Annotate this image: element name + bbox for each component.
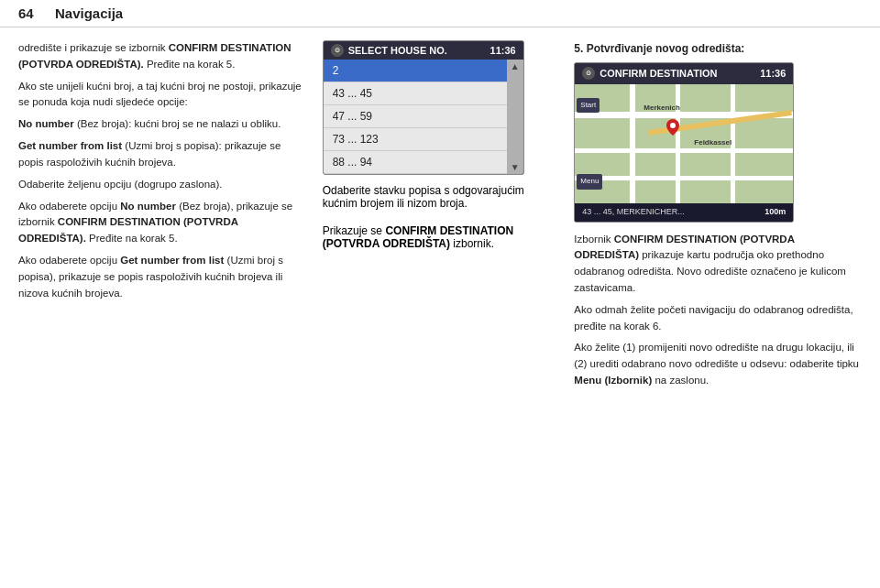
house-item-3-label: 47 ... 59 [333, 110, 372, 123]
left-para-5: Odaberite željenu opciju (dogrupo zaslon… [18, 177, 306, 193]
house-item-3[interactable]: 47 ... 59 [324, 105, 507, 128]
left-para-1: odredište i prikazuje se izbornik CONFIR… [18, 40, 306, 73]
confirm-compass-icon: ⊙ [582, 67, 595, 80]
right-para-3: Ako želite (1) promijeniti novo odredišt… [574, 340, 862, 388]
house-item-1[interactable]: 2 [324, 60, 507, 82]
section-title: 5. Potvrđivanje novog odredišta: [574, 40, 862, 58]
house-item-2-label: 43 ... 45 [333, 87, 372, 100]
col-left: odredište i prikazuje se izbornik CONFIR… [18, 40, 306, 579]
middle-caption-1: Odaberite stavku popisa s odgovarajućim … [323, 184, 558, 210]
scroll-down-arrow[interactable]: ▼ [511, 162, 520, 172]
screen1-title-area: ⊙ SELECT HOUSE NO. [331, 44, 447, 57]
road-v1 [630, 84, 635, 203]
screen1-topbar: ⊙ SELECT HOUSE NO. 11:36 [324, 41, 523, 60]
road-h3 [575, 176, 793, 180]
house-item-5-label: 88 ... 94 [333, 156, 372, 169]
right-para-2: Ako odmah želite početi navigaciju do od… [574, 302, 862, 335]
scroll-arrows: ▲ ▼ [507, 60, 523, 174]
middle-caption-2: Prikazuje se CONFIRM DESTINATION (POTVRD… [323, 224, 558, 250]
house-item-1-label: 2 [333, 64, 339, 77]
right-para-1: Izbornik CONFIRM DESTINATION (POTVRDA OD… [574, 232, 862, 297]
header: 64 Navigacija [0, 0, 880, 27]
svg-point-0 [670, 123, 676, 128]
house-list-container: 2 43 ... 45 47 ... 59 73 ... 123 88 ... [324, 60, 523, 174]
page-title: Navigacija [55, 5, 123, 21]
house-items: 2 43 ... 45 47 ... 59 73 ... 123 88 ... [324, 60, 507, 174]
left-para-6: Ako odaberete opciju No number (Bez broj… [18, 199, 306, 247]
menu-button[interactable]: Menu [577, 174, 602, 189]
confirm-screen-topbar: ⊙ CONFIRM DESTINATION 11:36 [575, 63, 793, 84]
confirm-screen-title: CONFIRM DESTINATION [600, 66, 717, 82]
screen1-time: 11:36 [490, 45, 516, 56]
confirm-screen-time: 11:36 [760, 66, 786, 82]
map-label-2: Feldkassel [694, 137, 732, 148]
confirm-bottom-dist: 100m [764, 206, 786, 219]
left-para-7: Ako odaberete opciju Get number from lis… [18, 253, 306, 301]
destination-pin [666, 119, 679, 141]
house-item-4[interactable]: 73 ... 123 [324, 128, 507, 151]
select-house-screen: ⊙ SELECT HOUSE NO. 11:36 2 43 ... 45 [323, 40, 524, 175]
map-label-1: Merkenich [644, 103, 680, 114]
col-right: 5. Potvrđivanje novog odredišta: ⊙ CONFI… [574, 40, 862, 579]
left-para-4: Get number from list (Uzmi broj s popisa… [18, 138, 306, 171]
start-button[interactable]: Start [577, 98, 600, 113]
confirm-title-area: ⊙ CONFIRM DESTINATION [582, 66, 717, 82]
col-middle: ⊙ SELECT HOUSE NO. 11:36 2 43 ... 45 [323, 40, 558, 579]
map-area: Start Menu Merkenich Feldkassel [575, 84, 793, 203]
left-para-2: Ako ste unijeli kućni broj, a taj kućni … [18, 79, 306, 112]
confirm-bottom-text: 43 ... 45, MERKENICHER... [582, 206, 685, 219]
screen1-title: SELECT HOUSE NO. [348, 45, 447, 56]
main-content: odredište i prikazuje se izbornik CONFIR… [0, 27, 880, 588]
house-item-4-label: 73 ... 123 [333, 133, 379, 146]
confirm-dest-screen: ⊙ CONFIRM DESTINATION 11:36 [574, 62, 794, 223]
road-h2 [575, 148, 793, 153]
left-para-3: No number (Bez broja): kućni broj se ne … [18, 116, 306, 133]
scroll-up-arrow[interactable]: ▲ [511, 61, 520, 71]
confirm-bottom-bar: 43 ... 45, MERKENICHER... 100m [575, 203, 793, 222]
page: 64 Navigacija odredište i prikazuje se i… [0, 0, 880, 588]
compass-icon: ⊙ [331, 44, 344, 57]
page-number: 64 [18, 5, 55, 21]
house-item-5[interactable]: 88 ... 94 [324, 151, 507, 174]
house-item-2[interactable]: 43 ... 45 [324, 82, 507, 105]
